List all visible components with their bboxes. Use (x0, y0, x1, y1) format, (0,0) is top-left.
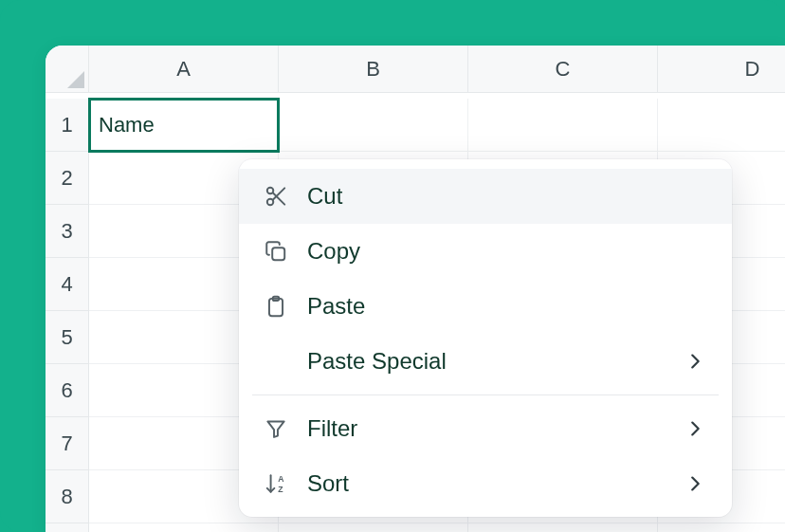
svg-text:Z: Z (278, 485, 283, 494)
column-header-C[interactable]: C (468, 46, 658, 93)
context-menu-item-cut[interactable]: Cut (239, 169, 732, 224)
filter-icon (262, 414, 290, 443)
row-header-4[interactable]: 4 (46, 258, 89, 311)
context-menu-item-filter[interactable]: Filter (239, 401, 732, 456)
cell-C1[interactable] (468, 99, 658, 152)
scissors-icon (262, 182, 290, 211)
svg-text:A: A (278, 474, 284, 484)
column-header-A[interactable]: A (89, 46, 279, 93)
column-header-B[interactable]: B (279, 46, 468, 93)
context-menu-item-label: Paste Special (307, 348, 667, 375)
context-menu-item-label: Sort (307, 470, 667, 497)
context-menu-item-paste-special[interactable]: Paste Special (239, 334, 732, 389)
context-menu-separator (252, 394, 719, 395)
cell-C9[interactable] (468, 523, 658, 532)
spreadsheet-window: A B C D 1 Name 2 3 4 (46, 46, 785, 532)
row-header-9[interactable]: 9 (46, 523, 89, 532)
row-header-5[interactable]: 5 (46, 311, 89, 364)
clipboard-icon (262, 292, 290, 321)
chevron-right-icon (685, 473, 705, 494)
cell-A9[interactable] (89, 523, 279, 532)
row-header-8[interactable]: 8 (46, 470, 89, 523)
context-menu-item-label: Cut (307, 183, 705, 210)
context-menu-item-label: Paste (307, 293, 705, 320)
column-header-D[interactable]: D (658, 46, 785, 93)
context-menu-item-sort[interactable]: A Z Sort (239, 456, 732, 511)
context-menu-item-paste[interactable]: Paste (239, 279, 732, 334)
chevron-right-icon (685, 418, 705, 439)
row-header-7[interactable]: 7 (46, 417, 89, 470)
copy-icon (262, 237, 290, 266)
cell-D1[interactable] (658, 99, 785, 152)
select-all-corner[interactable] (46, 46, 89, 93)
cell-A1[interactable]: Name (89, 99, 279, 152)
svg-marker-0 (67, 71, 84, 88)
app-frame: A B C D 1 Name 2 3 4 (0, 0, 785, 532)
cell-B9[interactable] (279, 523, 468, 532)
row-header-6[interactable]: 6 (46, 364, 89, 417)
blank-icon (262, 347, 290, 376)
cell-B1[interactable] (279, 99, 468, 152)
row-header-1[interactable]: 1 (46, 99, 89, 152)
context-menu-item-copy[interactable]: Copy (239, 224, 732, 279)
svg-rect-5 (272, 248, 284, 260)
chevron-right-icon (685, 351, 705, 372)
sort-az-icon: A Z (262, 469, 290, 498)
context-menu-item-label: Filter (307, 415, 667, 442)
context-menu-item-label: Copy (307, 238, 705, 265)
cell-D9[interactable] (658, 523, 785, 532)
context-menu: Cut Copy Paste Paste Special (239, 159, 732, 517)
row-header-3[interactable]: 3 (46, 205, 89, 258)
row-header-2[interactable]: 2 (46, 152, 89, 205)
